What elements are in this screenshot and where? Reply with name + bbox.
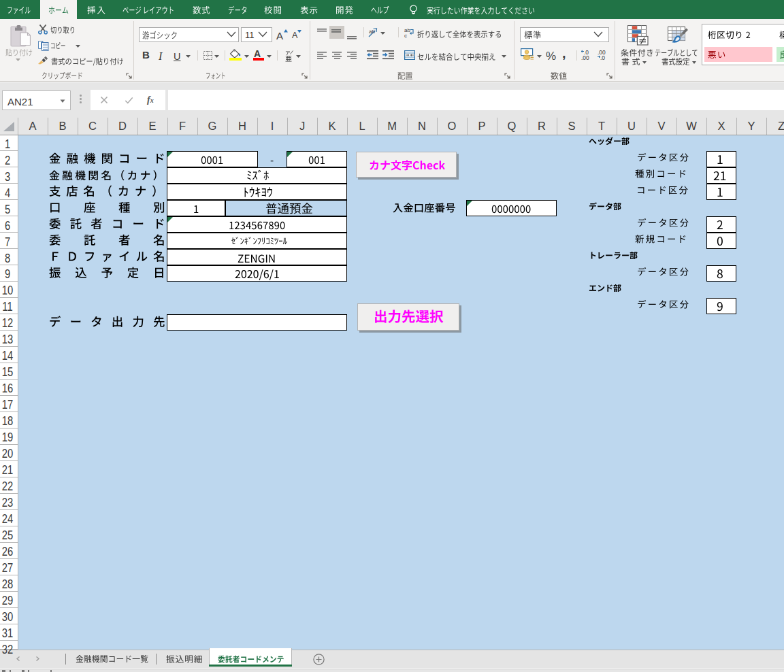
svg-text:ab: ab bbox=[369, 29, 375, 35]
svg-text:c: c bbox=[404, 33, 407, 38]
svg-text:.00: .00 bbox=[581, 54, 589, 61]
svg-text:.0: .0 bbox=[600, 54, 605, 61]
